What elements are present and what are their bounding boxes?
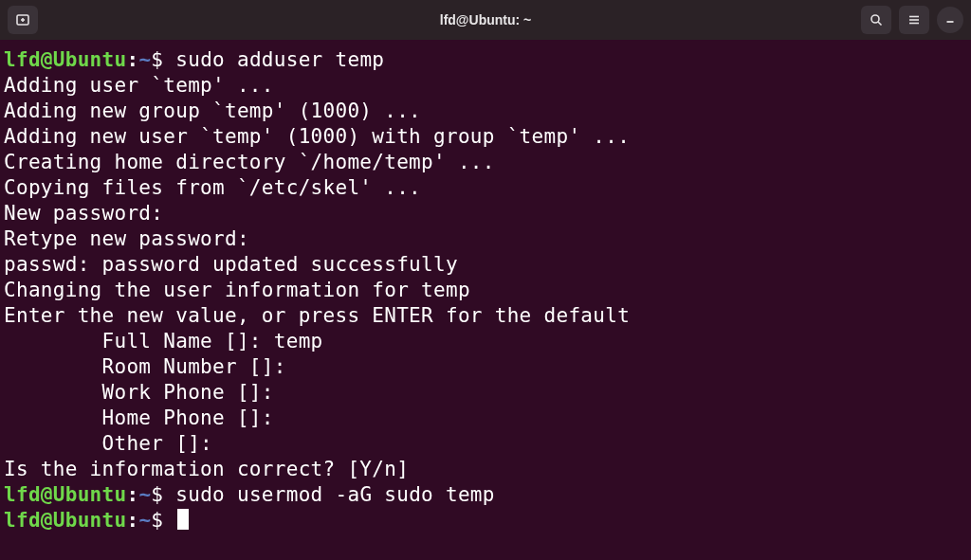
output-line: New password:: [4, 201, 967, 226]
svg-point-3: [871, 15, 879, 23]
output-line: Creating home directory `/home/temp' ...: [4, 150, 967, 175]
command-text: sudo usermod -aG sudo temp: [163, 483, 494, 506]
prompt-path: ~: [138, 483, 151, 506]
window-title: lfd@Ubuntu: ~: [0, 12, 971, 27]
titlebar: lfd@Ubuntu: ~: [0, 0, 971, 40]
output-line: Changing the user information for temp: [4, 278, 967, 303]
prompt-path: ~: [138, 509, 151, 532]
prompt-line-1: lfd@Ubuntu:~$ sudo adduser temp: [4, 47, 967, 73]
output-line: Enter the new value, or press ENTER for …: [4, 303, 967, 329]
terminal-area[interactable]: lfd@Ubuntu:~$ sudo adduser temp Adding u…: [0, 40, 971, 541]
output-line: Room Number []:: [4, 354, 967, 380]
menu-button[interactable]: [899, 6, 929, 34]
prompt-colon: :: [126, 483, 138, 506]
output-line: Work Phone []:: [4, 380, 967, 406]
output-line: Home Phone []:: [4, 406, 967, 431]
prompt-colon: :: [126, 509, 138, 532]
prompt-line-3: lfd@Ubuntu:~$: [4, 508, 967, 533]
prompt-line-2: lfd@Ubuntu:~$ sudo usermod -aG sudo temp: [4, 482, 967, 508]
output-line: Adding new group `temp' (1000) ...: [4, 99, 967, 124]
minimize-button[interactable]: [937, 7, 963, 33]
titlebar-right: [861, 6, 963, 34]
prompt-colon: :: [126, 48, 138, 71]
command-text: sudo adduser temp: [163, 48, 384, 71]
output-line: Retype new password:: [4, 226, 967, 252]
prompt-user: lfd@Ubuntu: [4, 483, 126, 506]
output-line: passwd: password updated successfully: [4, 252, 967, 278]
output-line: Full Name []: temp: [4, 329, 967, 354]
prompt-path: ~: [138, 48, 151, 71]
cursor: [177, 509, 189, 530]
new-tab-button[interactable]: [8, 6, 38, 34]
prompt-user: lfd@Ubuntu: [4, 48, 126, 71]
titlebar-left: [8, 6, 38, 34]
prompt-user: lfd@Ubuntu: [4, 509, 126, 532]
prompt-symbol: $: [151, 48, 163, 71]
output-line: Adding user `temp' ...: [4, 73, 967, 99]
prompt-symbol: $: [151, 483, 163, 506]
prompt-symbol: $: [151, 509, 163, 532]
output-line: Adding new user `temp' (1000) with group…: [4, 124, 967, 150]
svg-line-4: [878, 22, 882, 26]
output-line: Copying files from `/etc/skel' ...: [4, 175, 967, 201]
output-line: Is the information correct? [Y/n]: [4, 457, 967, 482]
output-line: Other []:: [4, 431, 967, 457]
command-text: [163, 509, 175, 532]
search-button[interactable]: [861, 6, 891, 34]
